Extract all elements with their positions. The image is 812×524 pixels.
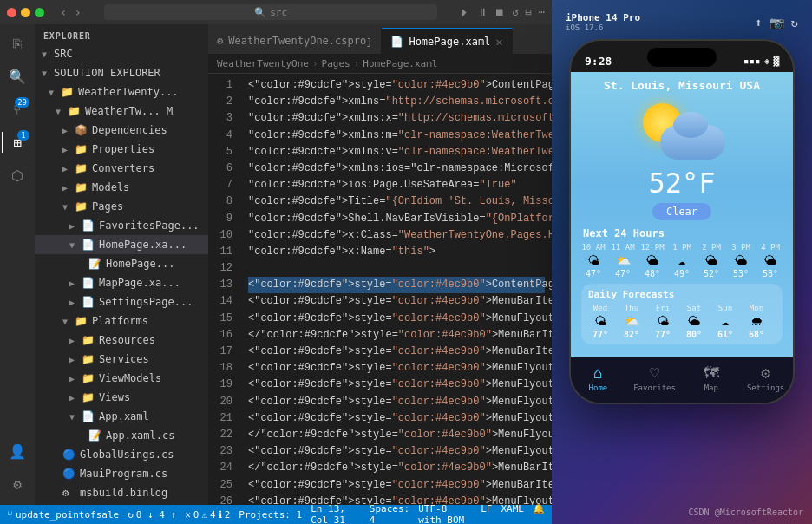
- tab-homepage-xaml[interactable]: 📄 HomePage.xaml ✕: [382, 28, 512, 54]
- hourly-item: 10 AM 🌤 47°: [581, 243, 606, 278]
- sidebar-item-properties[interactable]: ▶ 📁 Properties: [35, 140, 208, 159]
- status-encoding[interactable]: UTF-8 with BOM: [418, 503, 472, 524]
- settings-icon: ⚙: [13, 476, 22, 493]
- iphone-tab-map[interactable]: 🗺 Map: [692, 364, 730, 392]
- breadcrumb-sep: ›: [312, 58, 318, 69]
- breadcrumb-item[interactable]: HomePage.xaml: [363, 58, 437, 69]
- hourly-item: 2 PM 🌥 52°: [699, 243, 724, 278]
- status-sync[interactable]: ↻ 0 ↓ 4 ↑: [128, 509, 176, 521]
- tab-label: WeatherTwentyOne.csproj: [228, 35, 372, 47]
- sidebar-item-weathertwenty[interactable]: ▼ 📁 WeatherTwenty...: [35, 82, 208, 102]
- breadcrumb-item[interactable]: WeatherTwentyOne: [217, 58, 309, 69]
- back-button[interactable]: ‹: [60, 5, 67, 19]
- activity-settings[interactable]: ⚙: [2, 468, 33, 500]
- status-bell-icon: 🔔: [533, 503, 545, 524]
- sidebar-item-views[interactable]: ▶ 📁 Views: [35, 388, 208, 407]
- daily-icon: 🌤: [594, 314, 606, 328]
- file-icon: ⚙: [62, 487, 76, 499]
- extensions-badge: 1: [17, 130, 29, 141]
- play-icon[interactable]: ⏵: [460, 6, 470, 18]
- phone-ios: iOS 17.6: [566, 23, 640, 32]
- split-icon[interactable]: ⊟: [526, 6, 532, 18]
- forward-button[interactable]: ›: [74, 5, 81, 19]
- daily-icon: ☁️: [722, 314, 729, 328]
- sidebar-item-homepage[interactable]: ▼ 📄 HomePage.xa...: [35, 235, 208, 254]
- sidebar-item-globalusings[interactable]: 🔵 GlobalUsings.cs: [35, 445, 208, 464]
- refresh-icon[interactable]: ↺: [512, 6, 518, 18]
- item-label: WeatherTwenty...: [78, 86, 179, 98]
- stop-icon[interactable]: ⏹: [494, 6, 505, 18]
- hourly-item: 1 PM ☁️ 49°: [670, 243, 694, 278]
- sidebar-item-appxamlcs[interactable]: 📝 App.xaml.cs: [35, 426, 208, 445]
- pause-icon[interactable]: ⏸: [477, 6, 488, 18]
- sidebar-item-converters[interactable]: ▶ 📁 Converters: [35, 159, 208, 178]
- tab-csproj[interactable]: ⚙ WeatherTwentyOne.csproj: [208, 28, 382, 54]
- sidebar-item-homepagecs[interactable]: 📝 HomePage...: [35, 254, 208, 273]
- search-bar[interactable]: 🔍 src: [104, 4, 437, 20]
- rotate-icon[interactable]: ↻: [791, 16, 798, 29]
- sidebar-item-platforms[interactable]: ▼ 📁 Platforms: [35, 311, 208, 331]
- more-icon[interactable]: ⋯: [539, 6, 545, 18]
- status-branch[interactable]: ⑂ update_pointofsale: [7, 509, 119, 521]
- status-position[interactable]: Ln 13, Col 31: [311, 503, 361, 524]
- tree-arrow-icon: ▼: [69, 412, 82, 422]
- code-content[interactable]: <"color:#9cdcfe">style="color:#4ec9b0">C…: [241, 74, 552, 505]
- close-button[interactable]: [7, 8, 16, 17]
- editor-area: ⚙ WeatherTwentyOne.csproj 📄 HomePage.xam…: [208, 24, 552, 505]
- sync-icon: ↻: [128, 509, 134, 521]
- file-icon: 🔵: [62, 449, 76, 461]
- info-icon: ℹ: [219, 509, 222, 521]
- maximize-button[interactable]: [35, 8, 44, 17]
- sidebar-item-appxaml[interactable]: ▼ 📄 App.xaml: [35, 407, 208, 426]
- sidebar-item-viewmodels[interactable]: ▶ 📁 ViewModels: [35, 369, 208, 388]
- activity-debug[interactable]: ⬡: [2, 160, 33, 191]
- sidebar-solution[interactable]: ▼ SOLUTION EXPLORER: [35, 63, 208, 82]
- sidebar-item-resources[interactable]: ▶ 📁 Resources: [35, 331, 208, 350]
- tab-close-icon[interactable]: ✕: [495, 35, 502, 49]
- hourly-temp: 48°: [645, 269, 660, 278]
- tree-arrow-icon: ▼: [56, 107, 68, 116]
- iphone-status-bar: 9:28 ▪▪▪ ◈ ▓: [571, 41, 793, 72]
- status-language[interactable]: XAML: [501, 503, 525, 524]
- tree-arrow-icon: ▶: [69, 298, 82, 307]
- sidebar-item-models[interactable]: ▶ 📁 Models: [35, 178, 208, 197]
- weather-condition: Clear: [652, 203, 711, 220]
- sidebar-item-msbuild[interactable]: ⚙ msbuild.binlog: [35, 483, 208, 502]
- hourly-time: 4 PM: [761, 243, 780, 252]
- activity-source-control[interactable]: ⑂ 29: [2, 94, 33, 125]
- iphone-tab-settings[interactable]: ⚙ Settings: [747, 364, 785, 392]
- folder-icon: 📁: [82, 353, 95, 365]
- sidebar-item-services[interactable]: ▶ 📁 Services: [35, 350, 208, 369]
- hourly-temp: 52°: [704, 269, 719, 278]
- sidebar-src[interactable]: ▼ SRC: [35, 44, 208, 63]
- breadcrumb-item[interactable]: Pages: [322, 58, 350, 69]
- sidebar-item-settings[interactable]: ▶ 📄 SettingsPage...: [35, 292, 208, 311]
- status-lineending[interactable]: LF: [481, 503, 492, 524]
- activity-extensions[interactable]: ⊞ 1: [2, 127, 33, 158]
- iphone-tab-favorites[interactable]: ♡ Favorites: [633, 364, 676, 392]
- sidebar-item-pages[interactable]: ▼ 📁 Pages: [35, 197, 208, 216]
- sidebar-item-dependencies[interactable]: ▶ 📦 Dependencies: [35, 121, 208, 140]
- iphone-tab-home[interactable]: ⌂ Home: [579, 364, 617, 392]
- tab-label: Map: [704, 383, 718, 392]
- status-spaces[interactable]: Spaces: 4: [370, 503, 409, 524]
- item-label: App.xaml: [99, 410, 149, 422]
- status-projects[interactable]: Projects: 1: [239, 509, 302, 521]
- status-errors[interactable]: ✕ 0 ⚠ 4 ℹ 2: [185, 509, 230, 521]
- sidebar-item-weathertwm[interactable]: ▼ 📁 WeatherTw... M: [35, 102, 208, 121]
- hourly-item: 12 PM 🌥 48°: [640, 243, 665, 278]
- activity-search[interactable]: 🔍: [2, 61, 33, 92]
- activity-accounts[interactable]: 👤: [2, 436, 33, 467]
- tab-label: Settings: [747, 383, 784, 392]
- sidebar-item-mappage[interactable]: ▶ 📄 MapPage.xa...: [35, 273, 208, 292]
- hourly-item: 4 PM 🌥 58°: [758, 243, 783, 278]
- nav-buttons: ‹ ›: [60, 5, 82, 19]
- hourly-temp: 47°: [615, 269, 631, 278]
- hourly-icon: 🌥: [705, 253, 717, 267]
- camera-icon[interactable]: 📷: [769, 16, 784, 29]
- minimize-button[interactable]: [21, 8, 30, 17]
- sidebar-item-mauiprogram[interactable]: 🔵 MauiProgram.cs: [35, 464, 208, 483]
- sidebar-item-favorites[interactable]: ▶ 📄 FavoritesPage...: [35, 216, 208, 235]
- share-icon[interactable]: ⬆: [755, 16, 762, 29]
- activity-files[interactable]: ⎘: [2, 28, 33, 59]
